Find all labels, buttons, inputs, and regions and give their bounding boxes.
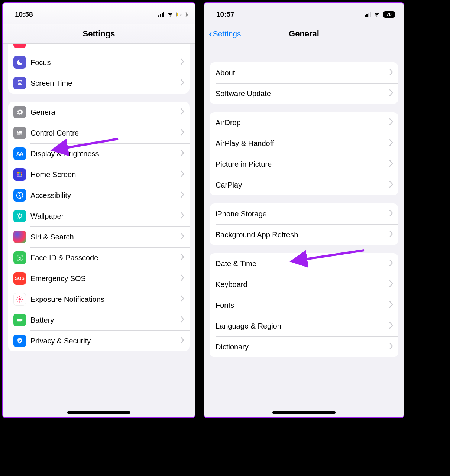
- svg-rect-4: [17, 172, 19, 173]
- row-home-screen[interactable]: Home Screen: [8, 164, 190, 185]
- svg-line-20: [17, 218, 18, 218]
- row-label: Language & Region: [215, 322, 389, 330]
- row-dictionary[interactable]: Dictionary: [210, 336, 398, 357]
- row-label: Software Update: [215, 89, 389, 98]
- svg-point-31: [17, 301, 18, 301]
- settings-scroll[interactable]: Sounds & Haptics Focus Screen Time: [3, 44, 195, 359]
- row-background-app-refresh[interactable]: Background App Refresh: [210, 224, 398, 245]
- wifi-icon: [167, 10, 174, 19]
- row-sounds-haptics[interactable]: Sounds & Haptics: [8, 44, 190, 52]
- chevron-right-icon: [181, 191, 184, 199]
- chevron-right-icon: [389, 343, 393, 351]
- chevron-right-icon: [389, 69, 393, 77]
- back-label: Settings: [213, 29, 241, 38]
- wallpaper-icon: [13, 210, 26, 222]
- general-scroll[interactable]: About Software Update AirDrop AirPlay & …: [204, 44, 404, 365]
- row-label: Siri & Search: [26, 233, 181, 241]
- chevron-right-icon: [181, 254, 184, 262]
- row-date-time[interactable]: Date & Time: [210, 253, 398, 274]
- row-accessibility[interactable]: Accessibility: [8, 185, 190, 206]
- chevron-right-icon: [181, 233, 184, 241]
- row-emergency-sos[interactable]: SOS Emergency SOS: [8, 268, 190, 289]
- row-airplay-handoff[interactable]: AirPlay & Handoff: [210, 133, 398, 154]
- row-carplay[interactable]: CarPlay: [210, 175, 398, 195]
- chevron-right-icon: [389, 210, 393, 218]
- row-display-brightness[interactable]: AA Display & Brightness: [8, 143, 190, 164]
- row-about[interactable]: About: [210, 62, 398, 83]
- svg-rect-10: [17, 176, 22, 177]
- row-exposure-notifications[interactable]: Exposure Notifications: [8, 289, 190, 310]
- row-label: About: [215, 69, 389, 77]
- row-fonts[interactable]: Fonts: [210, 295, 398, 316]
- page-title: Settings: [83, 29, 115, 39]
- chevron-right-icon: [389, 260, 393, 268]
- row-label: iPhone Storage: [215, 210, 389, 218]
- battery-icon: 70: [383, 11, 395, 18]
- row-focus[interactable]: Focus: [8, 52, 190, 73]
- siri-icon: [13, 231, 26, 243]
- row-privacy-security[interactable]: Privacy & Security: [8, 330, 190, 351]
- exposure-icon: [13, 293, 26, 306]
- row-iphone-storage[interactable]: iPhone Storage: [210, 203, 398, 224]
- row-label: Keyboard: [215, 280, 389, 289]
- svg-point-29: [17, 297, 18, 297]
- svg-rect-8: [19, 174, 20, 175]
- row-faceid-passcode[interactable]: Face ID & Passcode: [8, 247, 190, 268]
- general-group-about: About Software Update: [210, 62, 398, 104]
- row-label: Background App Refresh: [215, 231, 389, 239]
- row-battery[interactable]: Battery: [8, 310, 190, 330]
- chevron-right-icon: [389, 181, 393, 189]
- faceid-icon: [13, 251, 26, 264]
- row-label: Accessibility: [26, 191, 181, 200]
- chevron-right-icon: [389, 160, 393, 168]
- svg-point-13: [18, 215, 21, 218]
- svg-point-12: [19, 193, 20, 195]
- row-label: Picture in Picture: [215, 160, 389, 169]
- chevron-right-icon: [181, 129, 184, 137]
- cellular-signal-icon: [158, 12, 165, 17]
- home-indicator[interactable]: [272, 411, 336, 414]
- chevron-right-icon: [389, 301, 393, 309]
- row-label: Exposure Notifications: [26, 295, 181, 304]
- svg-line-19: [21, 218, 22, 218]
- status-indicators: 70: [365, 10, 396, 19]
- row-control-centre[interactable]: Control Centre: [8, 123, 190, 143]
- row-label: CarPlay: [215, 181, 389, 189]
- chevron-right-icon: [389, 231, 393, 239]
- row-siri-search[interactable]: Siri & Search: [8, 226, 190, 247]
- display-icon: AA: [13, 147, 26, 160]
- row-screen-time[interactable]: Screen Time: [8, 73, 190, 94]
- svg-point-24: [19, 298, 21, 301]
- accessibility-icon: [13, 189, 26, 202]
- chevron-right-icon: [181, 295, 184, 303]
- row-wallpaper[interactable]: Wallpaper: [8, 206, 190, 226]
- screentime-icon: [13, 77, 26, 89]
- status-time: 10:58: [15, 10, 33, 19]
- row-label: Dictionary: [215, 343, 389, 351]
- battery-icon: 5: [176, 12, 187, 17]
- row-label: Focus: [26, 58, 181, 67]
- row-language-region[interactable]: Language & Region: [210, 316, 398, 336]
- svg-point-28: [22, 299, 23, 300]
- status-bar: 10:58 5: [3, 3, 195, 24]
- svg-point-23: [20, 257, 21, 257]
- chevron-right-icon: [389, 280, 393, 288]
- screenshot-settings-root: 10:58 5 Settings Sounds & Haptics: [2, 2, 195, 418]
- home-indicator[interactable]: [67, 411, 130, 414]
- cellular-signal-icon: [365, 12, 371, 17]
- row-label: AirPlay & Handoff: [215, 139, 389, 148]
- screenshot-general: 10:57 70 ‹ Settings General About: [204, 2, 404, 418]
- svg-point-26: [19, 301, 20, 302]
- row-airdrop[interactable]: AirDrop: [210, 112, 398, 133]
- back-button[interactable]: ‹ Settings: [209, 29, 241, 39]
- settings-group-notifications: Sounds & Haptics Focus Screen Time: [8, 44, 190, 94]
- row-picture-in-picture[interactable]: Picture in Picture: [210, 154, 398, 175]
- chevron-right-icon: [181, 58, 184, 66]
- home-screen-icon: [13, 168, 26, 181]
- row-label: Battery: [26, 316, 181, 325]
- row-general[interactable]: General: [8, 102, 190, 123]
- svg-point-3: [20, 134, 22, 135]
- chevron-right-icon: [181, 212, 184, 220]
- row-software-update[interactable]: Software Update: [210, 83, 398, 104]
- row-keyboard[interactable]: Keyboard: [210, 274, 398, 295]
